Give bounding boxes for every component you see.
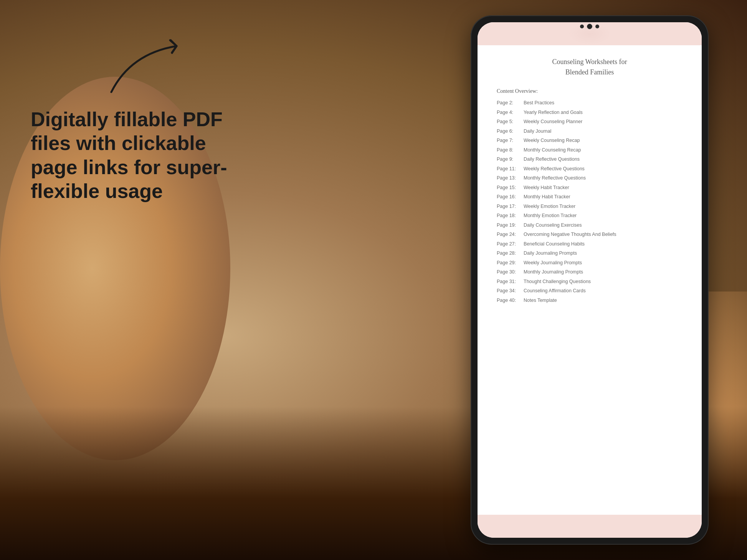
toc-item: Page 2:Best Practices bbox=[497, 100, 683, 107]
toc-item: Page 4:Yearly Reflection and Goals bbox=[497, 109, 683, 116]
toc-item: Page 8:Monthly Counseling Recap bbox=[497, 147, 683, 154]
toc-page-number: Page 13: bbox=[497, 175, 524, 182]
toc-page-number: Page 5: bbox=[497, 119, 524, 125]
toc-page-number: Page 16: bbox=[497, 194, 524, 201]
toc-item: Page 15:Weekly Habit Tracker bbox=[497, 184, 683, 191]
toc-item: Page 27:Beneficial Counseling Habits bbox=[497, 241, 683, 248]
toc-page-number: Page 9: bbox=[497, 156, 524, 163]
toc-item: Page 30:Monthly Journaling Prompts bbox=[497, 269, 683, 276]
toc-page-number: Page 2: bbox=[497, 100, 524, 107]
toc-page-number: Page 40: bbox=[497, 297, 524, 304]
toc-item-title: Thought Challenging Questions bbox=[524, 278, 591, 285]
toc-page-number: Page 7: bbox=[497, 137, 524, 144]
toc-item-title: Weekly Counseling Planner bbox=[524, 119, 582, 125]
toc-item-title: Weekly Habit Tracker bbox=[524, 184, 569, 191]
tablet-screen: Counseling Worksheets for Blended Famili… bbox=[478, 22, 702, 538]
toc-item-title: Monthly Counseling Recap bbox=[524, 147, 581, 154]
toc-item-title: Beneficial Counseling Habits bbox=[524, 241, 585, 248]
toc-item-title: Weekly Emotion Tracker bbox=[524, 203, 575, 210]
toc-item: Page 9:Daily Reflective Questions bbox=[497, 156, 683, 163]
toc-page-number: Page 6: bbox=[497, 128, 524, 135]
left-text-area: Digitally fillable PDF files with clicka… bbox=[31, 107, 230, 203]
toc-page-number: Page 29: bbox=[497, 260, 524, 267]
toc-item: Page 11:Weekly Reflective Questions bbox=[497, 166, 683, 173]
pdf-page: Counseling Worksheets for Blended Famili… bbox=[478, 22, 702, 538]
toc-item-title: Weekly Journaling Prompts bbox=[524, 260, 582, 267]
camera-dot-center bbox=[587, 24, 592, 29]
toc-page-number: Page 17: bbox=[497, 203, 524, 210]
toc-item-title: Monthly Habit Tracker bbox=[524, 194, 570, 201]
toc-page-number: Page 15: bbox=[497, 184, 524, 191]
toc-item: Page 24:Overcoming Negative Thoughts And… bbox=[497, 231, 683, 238]
toc-item: Page 7:Weekly Counseling Recap bbox=[497, 137, 683, 144]
arrow-icon bbox=[100, 31, 215, 100]
toc-page-number: Page 19: bbox=[497, 222, 524, 229]
toc-page-number: Page 4: bbox=[497, 109, 524, 116]
toc-item: Page 16:Monthly Habit Tracker bbox=[497, 194, 683, 201]
toc-item-title: Weekly Counseling Recap bbox=[524, 137, 580, 144]
toc-item-title: Daily Journaling Prompts bbox=[524, 250, 577, 257]
toc-item-title: Yearly Reflection and Goals bbox=[524, 109, 583, 116]
toc-item: Page 5:Weekly Counseling Planner bbox=[497, 119, 683, 125]
toc-item: Page 40:Notes Template bbox=[497, 297, 683, 304]
toc-item: Page 34:Counseling Affirmation Cards bbox=[497, 288, 683, 295]
toc-page-number: Page 11: bbox=[497, 166, 524, 173]
toc-list: Page 2:Best PracticesPage 4:Yearly Refle… bbox=[497, 100, 683, 304]
toc-item-title: Best Practices bbox=[524, 100, 554, 107]
camera-dot-right bbox=[595, 25, 599, 28]
arrow-container bbox=[100, 31, 215, 100]
toc-page-number: Page 27: bbox=[497, 241, 524, 248]
toc-item-title: Monthly Reflective Questions bbox=[524, 175, 586, 182]
pdf-title: Counseling Worksheets for Blended Famili… bbox=[497, 57, 683, 77]
tablet-wrapper: Counseling Worksheets for Blended Famili… bbox=[471, 15, 709, 545]
pdf-footer-decoration bbox=[478, 515, 702, 538]
toc-section-label: Content Overview: bbox=[497, 88, 683, 94]
pdf-content: Counseling Worksheets for Blended Famili… bbox=[478, 45, 702, 515]
toc-item-title: Notes Template bbox=[524, 297, 557, 304]
toc-item: Page 13:Monthly Reflective Questions bbox=[497, 175, 683, 182]
toc-page-number: Page 30: bbox=[497, 269, 524, 276]
toc-item: Page 29:Weekly Journaling Prompts bbox=[497, 260, 683, 267]
camera-dot-left bbox=[580, 25, 584, 28]
toc-item-title: Monthly Emotion Tracker bbox=[524, 212, 577, 219]
toc-item: Page 28:Daily Journaling Prompts bbox=[497, 250, 683, 257]
toc-item: Page 6:Daily Journal bbox=[497, 128, 683, 135]
tablet-frame: Counseling Worksheets for Blended Famili… bbox=[471, 15, 709, 545]
toc-item: Page 17:Weekly Emotion Tracker bbox=[497, 203, 683, 210]
toc-item-title: Daily Counseling Exercises bbox=[524, 222, 582, 229]
toc-item-title: Counseling Affirmation Cards bbox=[524, 288, 586, 295]
toc-item-title: Overcoming Negative Thoughts And Beliefs bbox=[524, 231, 616, 238]
tablet-camera-bar bbox=[580, 24, 599, 29]
toc-item-title: Monthly Journaling Prompts bbox=[524, 269, 583, 276]
toc-item-title: Daily Reflective Questions bbox=[524, 156, 580, 163]
toc-item-title: Daily Journal bbox=[524, 128, 551, 135]
toc-item-title: Weekly Reflective Questions bbox=[524, 166, 585, 173]
toc-page-number: Page 31: bbox=[497, 278, 524, 285]
toc-item: Page 31:Thought Challenging Questions bbox=[497, 278, 683, 285]
toc-page-number: Page 8: bbox=[497, 147, 524, 154]
toc-page-number: Page 28: bbox=[497, 250, 524, 257]
toc-item: Page 19:Daily Counseling Exercises bbox=[497, 222, 683, 229]
toc-page-number: Page 34: bbox=[497, 288, 524, 295]
toc-item: Page 18:Monthly Emotion Tracker bbox=[497, 212, 683, 219]
toc-page-number: Page 18: bbox=[497, 212, 524, 219]
toc-page-number: Page 24: bbox=[497, 231, 524, 238]
main-tagline: Digitally fillable PDF files with clicka… bbox=[31, 107, 230, 203]
